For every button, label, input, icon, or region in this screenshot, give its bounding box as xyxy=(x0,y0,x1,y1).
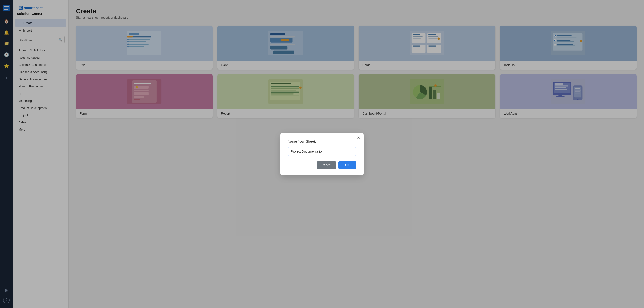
modal-overlay: ✕ Name Your Sheet: Cancel OK xyxy=(0,0,644,308)
sheet-name-input[interactable] xyxy=(288,147,356,156)
modal-title: Name Your Sheet: xyxy=(288,139,356,143)
modal-close-button[interactable]: ✕ xyxy=(357,136,360,140)
ok-button[interactable]: OK xyxy=(338,161,356,169)
modal: ✕ Name Your Sheet: Cancel OK xyxy=(280,133,364,175)
cancel-button[interactable]: Cancel xyxy=(317,161,336,169)
modal-actions: Cancel OK xyxy=(288,161,356,169)
